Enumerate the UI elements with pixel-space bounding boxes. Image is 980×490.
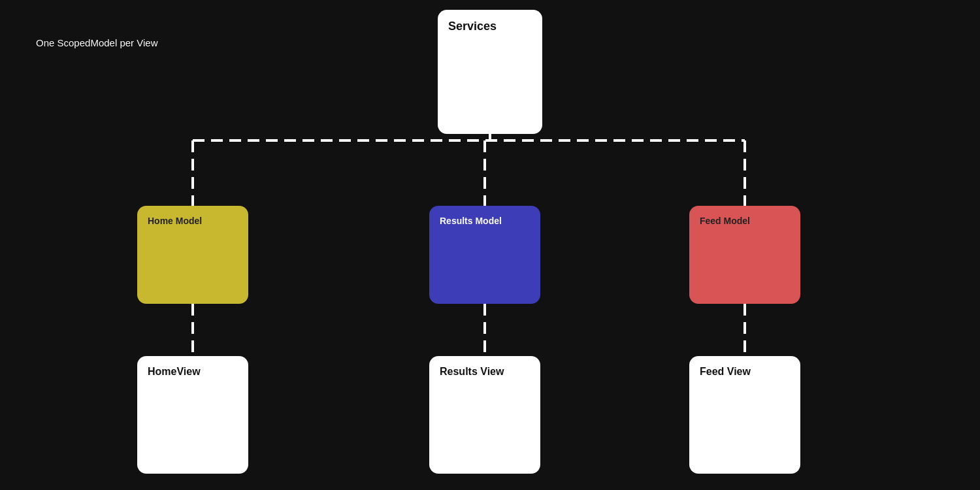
services-label: Services	[448, 19, 497, 34]
diagram-title: One ScopedModel per View	[36, 36, 158, 50]
home-model-node: Home Model	[137, 206, 248, 304]
feed-model-node: Feed Model	[689, 206, 800, 304]
homeview-node: HomeView	[137, 356, 248, 474]
feed-model-label: Feed Model	[700, 215, 750, 227]
feed-view-node: Feed View	[689, 356, 800, 474]
results-view-label: Results View	[440, 365, 504, 379]
results-model-label: Results Model	[440, 215, 502, 227]
diagram-container: One ScopedModel per View Services Home M…	[0, 0, 980, 490]
services-node: Services	[438, 10, 542, 134]
results-view-node: Results View	[429, 356, 540, 474]
homeview-label: HomeView	[148, 365, 201, 379]
feed-view-label: Feed View	[700, 365, 751, 379]
results-model-node: Results Model	[429, 206, 540, 304]
home-model-label: Home Model	[148, 215, 202, 227]
